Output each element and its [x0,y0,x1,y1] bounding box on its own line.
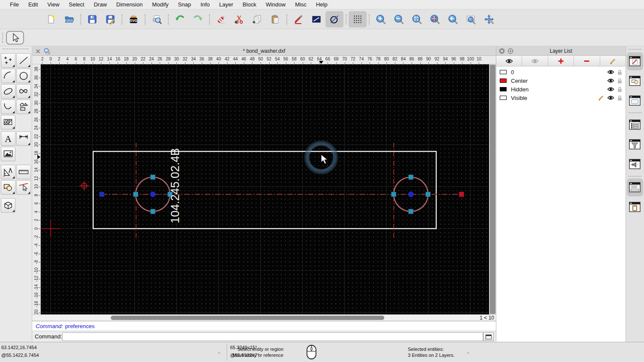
menu-misc[interactable]: Misc [290,1,311,8]
layer-lock-icon[interactable] [617,87,622,92]
menu-layer[interactable]: Layer [215,1,238,8]
menu-edit[interactable]: Edit [24,1,43,8]
layer-color-swatch[interactable] [500,78,507,83]
spline-tool-button[interactable] [16,84,31,99]
drawing-canvas[interactable]: 104.245.02.4B [41,64,489,314]
layer-visibility-icon[interactable] [607,78,614,83]
line-attributes-button[interactable] [307,11,325,27]
layer-color-swatch[interactable] [500,87,507,91]
image-tool-button[interactable] [1,147,15,161]
grid-toggle[interactable] [349,11,367,27]
right-circle-center-handle[interactable] [408,192,414,197]
layer-color-swatch[interactable] [500,96,507,100]
cut-button[interactable] [230,11,248,27]
block-tool-button[interactable] [1,198,15,213]
menu-view[interactable]: View [43,1,64,8]
menu-modify[interactable]: Modify [147,1,173,8]
layer-visibility-icon[interactable] [607,69,614,75]
menu-window[interactable]: Window [261,1,290,8]
clipboard-dock-button[interactable] [627,198,643,216]
menu-info[interactable]: Info [196,1,215,8]
layer-visibility-icon[interactable] [607,95,614,100]
pen-attributes-button[interactable] [289,11,307,27]
layer-row-visible[interactable]: Visible [496,94,626,102]
copy-button[interactable] [248,11,266,27]
library-browser-dock-button[interactable] [627,92,643,110]
vertical-scrollbar[interactable] [489,64,496,314]
h-ruler-tick [437,62,437,64]
delete-button[interactable] [212,11,230,27]
menu-select[interactable]: Select [64,1,89,8]
layer-row-center[interactable]: Center [496,76,626,85]
svg-export-button[interactable]: SVG [125,11,143,27]
text-tool-button[interactable]: A [1,131,15,146]
save-button[interactable] [83,11,101,27]
ruler-tool-button[interactable] [16,165,31,179]
entity-list-dock-button[interactable] [627,116,643,134]
selection-tool-button[interactable] [6,31,24,45]
menu-dimension[interactable]: Dimension [112,1,147,8]
print-preview-button[interactable] [148,11,166,27]
points-tool-button[interactable] [1,53,15,68]
paste-button[interactable] [266,11,284,27]
layer-row-0[interactable]: 0 [496,68,626,76]
filter-dock-button[interactable] [627,136,643,154]
add-layer-button[interactable] [548,56,574,66]
zoom-previous-button[interactable] [444,11,462,27]
layer-lock-icon[interactable] [617,69,622,75]
dimension-tool-button[interactable] [16,131,31,146]
block-list-dock-button[interactable] [627,72,643,90]
zoom-selected-button[interactable] [426,11,444,27]
horizontal-ruler: 2024681012141618202224262830323436384042… [32,56,496,64]
circle-tool-button[interactable] [16,69,31,83]
measure-tool-button[interactable] [1,165,15,179]
polygon-tool-button[interactable] [16,100,31,114]
command-options-button[interactable] [483,332,494,341]
menu-draw[interactable]: Draw [89,1,111,8]
layer-row-hidden[interactable]: Hidden [496,85,626,94]
command-line-dock-button[interactable] [627,178,643,196]
zoom-window-button[interactable] [462,11,480,27]
vertical-scrollbar-thumb[interactable] [490,65,495,314]
redo-button[interactable] [189,11,207,27]
arc-tool-button[interactable] [1,69,15,83]
edit-layer-button[interactable] [600,56,626,66]
layer-lock-icon[interactable] [617,78,622,84]
draft-mode-toggle[interactable] [325,11,343,27]
polyline-tool-button[interactable] [1,100,15,114]
hatch-tool-button[interactable] [1,115,15,130]
dimension-style-dock-button[interactable] [627,155,643,173]
remove-layer-button[interactable] [574,56,600,66]
layer-color-swatch[interactable] [500,70,507,74]
modify-tool-button[interactable] [1,180,15,195]
new-file-button[interactable] [42,11,60,27]
select-entity-tool-button[interactable] [16,180,31,195]
ellipse-tool-button[interactable] [1,84,15,99]
centerline-left-endpoint-handle[interactable] [100,192,104,197]
washer-rectangle[interactable] [93,151,436,229]
zoom-auto-button[interactable] [408,11,426,27]
line-tool-button[interactable] [16,53,31,68]
undo-button[interactable] [171,11,189,27]
centerline-right-endpoint-handle[interactable] [459,192,464,197]
zoom-in-button[interactable] [372,11,390,27]
menu-snap[interactable]: Snap [173,1,196,8]
layer-list-dock-button[interactable] [627,52,643,70]
command-input[interactable] [62,332,483,341]
h-ruler-tick [67,62,68,64]
horizontal-scrollbar[interactable]: 1 < 10 [32,314,496,321]
menu-block[interactable]: Block [238,1,261,8]
part-label-text[interactable]: 104.245.02.4B [169,148,182,223]
layer-lock-icon[interactable] [617,95,622,101]
horizontal-scrollbar-thumb[interactable] [111,316,384,320]
save-as-button[interactable] [101,11,119,27]
open-file-button[interactable] [60,11,78,27]
menu-file[interactable]: File [5,1,24,8]
show-all-layers-button[interactable] [496,56,522,66]
layer-visibility-icon[interactable] [607,87,614,92]
left-circle-center-handle[interactable] [150,192,156,197]
zoom-out-button[interactable] [390,11,408,27]
hide-all-layers-button[interactable] [522,56,548,66]
menu-help[interactable]: Help [311,1,332,8]
zoom-pan-button[interactable] [480,11,498,27]
